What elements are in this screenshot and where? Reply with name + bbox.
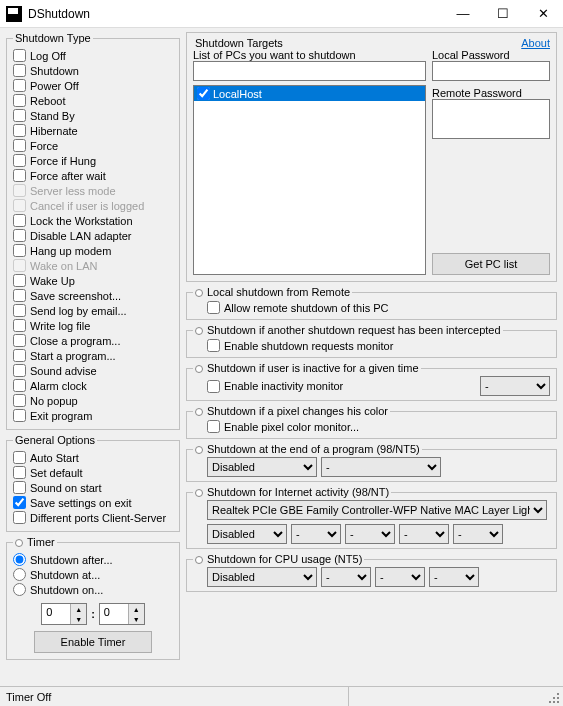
local-password-input[interactable] bbox=[432, 61, 550, 81]
shutdown-type-nopopup-checkbox[interactable] bbox=[13, 394, 26, 407]
timer-hours-spinner[interactable]: 0▲▼ bbox=[41, 603, 87, 625]
shutdown-type-sound-label: Sound advise bbox=[30, 365, 97, 377]
timer-after-radio[interactable] bbox=[13, 553, 26, 566]
shutdown-type-reboot[interactable]: Reboot bbox=[13, 93, 173, 108]
general-autostart[interactable]: Auto Start bbox=[13, 450, 173, 465]
endprog-mode-select[interactable]: Disabled bbox=[207, 457, 317, 477]
shutdown-type-logoff-checkbox[interactable] bbox=[13, 49, 26, 62]
shutdown-type-forcewait[interactable]: Force after wait bbox=[13, 168, 173, 183]
shutdown-type-hangup[interactable]: Hang up modem bbox=[13, 243, 173, 258]
timer-at[interactable]: Shutdown at... bbox=[13, 567, 173, 582]
general-savesettings[interactable]: Save settings on exit bbox=[13, 495, 173, 510]
shutdown-type-shutdown[interactable]: Shutdown bbox=[13, 63, 173, 78]
internet-p4-select[interactable]: - bbox=[453, 524, 503, 544]
shutdown-type-poweroff-checkbox[interactable] bbox=[13, 79, 26, 92]
endprog-program-select[interactable]: - bbox=[321, 457, 441, 477]
shutdown-type-force-checkbox[interactable] bbox=[13, 139, 26, 152]
remote-password-input[interactable] bbox=[432, 99, 550, 139]
shutdown-type-nopopup[interactable]: No popup bbox=[13, 393, 173, 408]
shutdown-type-legend: Shutdown Type bbox=[13, 32, 93, 44]
shutdown-type-closep-checkbox[interactable] bbox=[13, 334, 26, 347]
shutdown-type-wakeup[interactable]: Wake Up bbox=[13, 273, 173, 288]
timer-at-radio[interactable] bbox=[13, 568, 26, 581]
shutdown-type-reboot-checkbox[interactable] bbox=[13, 94, 26, 107]
enable-inactivity-checkbox[interactable] bbox=[207, 380, 220, 393]
maximize-button[interactable]: ☐ bbox=[483, 0, 523, 28]
shutdown-type-forcewait-label: Force after wait bbox=[30, 170, 106, 182]
shutdown-type-savess-checkbox[interactable] bbox=[13, 289, 26, 302]
timer-on-radio[interactable] bbox=[13, 583, 26, 596]
close-button[interactable]: ✕ bbox=[523, 0, 563, 28]
shutdown-type-startp-checkbox[interactable] bbox=[13, 349, 26, 362]
list-item[interactable]: LocalHost bbox=[194, 86, 425, 101]
general-diffports[interactable]: Different ports Client-Server bbox=[13, 510, 173, 525]
endprog-group: Shutdown at the end of a program (98/NT5… bbox=[186, 443, 557, 482]
cpu-p2-select[interactable]: - bbox=[375, 567, 425, 587]
shutdown-type-hibernate[interactable]: Hibernate bbox=[13, 123, 173, 138]
shutdown-type-dislan-checkbox[interactable] bbox=[13, 229, 26, 242]
timer-after[interactable]: Shutdown after... bbox=[13, 552, 173, 567]
shutdown-type-alarm[interactable]: Alarm clock bbox=[13, 378, 173, 393]
list-item-check[interactable] bbox=[197, 87, 210, 100]
shutdown-type-sound[interactable]: Sound advise bbox=[13, 363, 173, 378]
timer-minutes-spinner[interactable]: 0▲▼ bbox=[99, 603, 145, 625]
shutdown-type-forcehung[interactable]: Force if Hung bbox=[13, 153, 173, 168]
general-autostart-checkbox[interactable] bbox=[13, 451, 26, 464]
shutdown-type-sendlog-checkbox[interactable] bbox=[13, 304, 26, 317]
general-setdef-checkbox[interactable] bbox=[13, 466, 26, 479]
enable-requests-monitor-checkbox[interactable] bbox=[207, 339, 220, 352]
shutdown-type-hangup-checkbox[interactable] bbox=[13, 244, 26, 257]
shutdown-type-standby-checkbox[interactable] bbox=[13, 109, 26, 122]
shutdown-type-hibernate-checkbox[interactable] bbox=[13, 124, 26, 137]
general-diffports-checkbox[interactable] bbox=[13, 511, 26, 524]
shutdown-type-closep[interactable]: Close a program... bbox=[13, 333, 173, 348]
timer-on[interactable]: Shutdown on... bbox=[13, 582, 173, 597]
enable-pixel-monitor-checkbox[interactable] bbox=[207, 420, 220, 433]
shutdown-type-wakeup-checkbox[interactable] bbox=[13, 274, 26, 287]
shutdown-type-forcehung-checkbox[interactable] bbox=[13, 154, 26, 167]
shutdown-type-dislan[interactable]: Disable LAN adapter bbox=[13, 228, 173, 243]
nic-select[interactable]: Realtek PCIe GBE Family Controller-WFP N… bbox=[207, 500, 547, 520]
shutdown-type-savess-label: Save screenshot... bbox=[30, 290, 121, 302]
shutdown-type-writelog[interactable]: Write log file bbox=[13, 318, 173, 333]
general-soundstart[interactable]: Sound on start bbox=[13, 480, 173, 495]
cpu-mode-select[interactable]: Disabled bbox=[207, 567, 317, 587]
shutdown-type-logoff[interactable]: Log Off bbox=[13, 48, 173, 63]
titlebar: DShutdown — ☐ ✕ bbox=[0, 0, 563, 28]
shutdown-type-force[interactable]: Force bbox=[13, 138, 173, 153]
internet-p2-select[interactable]: - bbox=[345, 524, 395, 544]
shutdown-type-shutdown-checkbox[interactable] bbox=[13, 64, 26, 77]
resize-grip-icon[interactable] bbox=[547, 691, 561, 705]
internet-mode-select[interactable]: Disabled bbox=[207, 524, 287, 544]
list-filter-input[interactable] bbox=[193, 61, 426, 81]
get-pc-list-button[interactable]: Get PC list bbox=[432, 253, 550, 275]
shutdown-type-standby[interactable]: Stand By bbox=[13, 108, 173, 123]
pc-listbox[interactable]: LocalHost bbox=[193, 85, 426, 275]
shutdown-type-exit-checkbox[interactable] bbox=[13, 409, 26, 422]
internet-p1-select[interactable]: - bbox=[291, 524, 341, 544]
shutdown-type-sound-checkbox[interactable] bbox=[13, 364, 26, 377]
general-soundstart-checkbox[interactable] bbox=[13, 481, 26, 494]
general-savesettings-checkbox[interactable] bbox=[13, 496, 26, 509]
shutdown-type-poweroff[interactable]: Power Off bbox=[13, 78, 173, 93]
cpu-p1-select[interactable]: - bbox=[321, 567, 371, 587]
shutdown-type-writelog-checkbox[interactable] bbox=[13, 319, 26, 332]
shutdown-type-exit[interactable]: Exit program bbox=[13, 408, 173, 423]
allow-remote-checkbox[interactable] bbox=[207, 301, 220, 314]
about-link[interactable]: About bbox=[521, 37, 550, 49]
shutdown-type-lockws[interactable]: Lock the Workstation bbox=[13, 213, 173, 228]
shutdown-type-sendlog[interactable]: Send log by email... bbox=[13, 303, 173, 318]
inactivity-time-select[interactable]: - bbox=[480, 376, 550, 396]
shutdown-type-savess[interactable]: Save screenshot... bbox=[13, 288, 173, 303]
cpu-p3-select[interactable]: - bbox=[429, 567, 479, 587]
enable-timer-button[interactable]: Enable Timer bbox=[34, 631, 152, 653]
internet-p3-select[interactable]: - bbox=[399, 524, 449, 544]
general-setdef[interactable]: Set default bbox=[13, 465, 173, 480]
shutdown-type-startp[interactable]: Start a program... bbox=[13, 348, 173, 363]
shutdown-type-forcewait-checkbox[interactable] bbox=[13, 169, 26, 182]
minimize-button[interactable]: — bbox=[443, 0, 483, 28]
timer-group: Timer Shutdown after...Shutdown at...Shu… bbox=[6, 536, 180, 660]
shutdown-type-alarm-checkbox[interactable] bbox=[13, 379, 26, 392]
shutdown-type-nopopup-label: No popup bbox=[30, 395, 78, 407]
shutdown-type-lockws-checkbox[interactable] bbox=[13, 214, 26, 227]
